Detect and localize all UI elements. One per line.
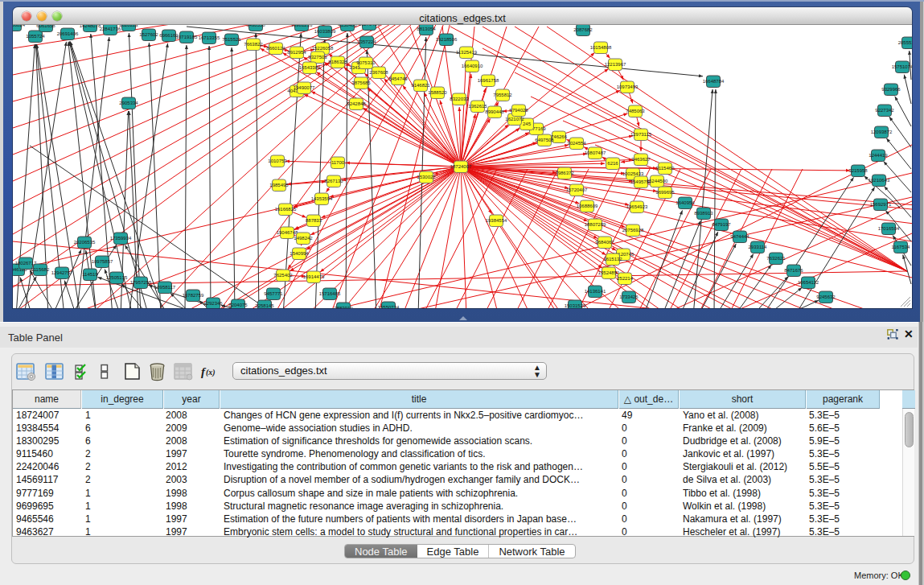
svg-text:7485063: 7485063 (626, 109, 645, 113)
svg-text:10975857: 10975857 (92, 259, 113, 264)
svg-text:7357224: 7357224 (357, 39, 376, 44)
svg-text:245: 245 (523, 122, 532, 126)
svg-text:14353594: 14353594 (311, 196, 333, 201)
svg-text:1733426: 1733426 (619, 295, 639, 299)
svg-text:15720407: 15720407 (566, 187, 588, 192)
svg-text:9227342: 9227342 (875, 108, 894, 113)
svg-text:114519: 114519 (82, 272, 98, 277)
svg-text:16640910: 16640910 (462, 64, 483, 68)
svg-text:1362615: 1362615 (468, 104, 487, 109)
svg-text:16713355: 16713355 (199, 35, 220, 40)
svg-text:15550734: 15550734 (378, 305, 400, 308)
svg-text:6497508: 6497508 (535, 138, 554, 142)
svg-text:8813054: 8813054 (417, 27, 436, 31)
svg-text:9242848: 9242848 (347, 101, 366, 106)
svg-text:11700: 11700 (331, 160, 345, 165)
svg-text:1527602: 1527602 (139, 32, 158, 37)
svg-text:10025433: 10025433 (622, 171, 644, 176)
svg-text:16543382: 16543382 (299, 65, 321, 70)
svg-text:14136141: 14136141 (585, 289, 606, 294)
svg-text:18981216: 18981216 (291, 25, 313, 27)
svg-text:4158480: 4158480 (338, 25, 357, 27)
svg-text:13270483: 13270483 (359, 25, 380, 27)
svg-text:10210643: 10210643 (869, 178, 890, 183)
svg-text:18807289: 18807289 (585, 222, 606, 227)
svg-text:20756928: 20756928 (622, 228, 644, 233)
svg-text:12093872: 12093872 (871, 130, 893, 134)
svg-text:11325419: 11325419 (456, 50, 478, 55)
svg-text:3430558: 3430558 (246, 25, 265, 27)
svg-text:10688609: 10688609 (577, 204, 598, 208)
svg-text:10154808: 10154808 (590, 45, 612, 50)
svg-text:3215958: 3215958 (848, 168, 868, 173)
svg-text:19046748: 19046748 (277, 230, 298, 235)
svg-text:20206535: 20206535 (74, 240, 96, 245)
svg-text:18724007: 18724007 (450, 164, 472, 169)
svg-text:15226058: 15226058 (312, 46, 334, 51)
svg-text:1588520: 1588520 (428, 90, 447, 95)
svg-text:12505135: 12505135 (106, 275, 128, 280)
svg-text:7986372: 7986372 (555, 171, 574, 175)
svg-text:1540994: 1540994 (290, 251, 309, 256)
svg-text:3024554: 3024554 (567, 141, 586, 146)
svg-text:9327503: 9327503 (308, 55, 327, 60)
svg-text:2258145: 2258145 (255, 303, 274, 308)
svg-text:2087682: 2087682 (573, 27, 593, 32)
svg-text:17359934: 17359934 (110, 236, 132, 241)
svg-text:2905334: 2905334 (119, 101, 138, 105)
svg-text:16033809: 16033809 (314, 29, 336, 34)
svg-text:11866024: 11866024 (13, 25, 26, 27)
svg-text:19490077: 19490077 (294, 85, 315, 90)
svg-text:9699695: 9699695 (655, 190, 675, 195)
svg-text:6479197: 6479197 (712, 222, 731, 227)
svg-text:22841736: 22841736 (100, 27, 121, 31)
svg-text:19384554: 19384554 (486, 218, 507, 223)
svg-text:19654923: 19654923 (626, 204, 648, 209)
svg-text:(x): (x) (206, 368, 216, 377)
svg-text:8186328: 8186328 (328, 60, 347, 64)
svg-text:1985495: 1985495 (269, 183, 289, 187)
svg-text:1055724: 1055724 (26, 34, 45, 39)
svg-text:8267130: 8267130 (324, 179, 343, 183)
svg-text:12942757: 12942757 (51, 270, 73, 275)
svg-text:8454749: 8454749 (388, 76, 408, 81)
svg-text:6061658: 6061658 (36, 25, 55, 28)
svg-text:16782759: 16782759 (183, 293, 204, 298)
svg-text:20555120: 20555120 (898, 40, 912, 45)
svg-text:14248078: 14248078 (80, 25, 101, 28)
svg-text:9146821: 9146821 (411, 83, 430, 88)
svg-text:15716485: 15716485 (319, 291, 341, 296)
svg-text:8322033: 8322033 (450, 97, 469, 101)
svg-text:1640954: 1640954 (676, 200, 695, 205)
svg-text:19166825: 19166825 (275, 207, 297, 212)
svg-text:20691406: 20691406 (57, 31, 79, 36)
svg-text:1292346: 1292346 (203, 301, 223, 306)
svg-text:15692971: 15692971 (870, 202, 892, 207)
svg-text:10973493: 10973493 (617, 84, 639, 89)
svg-text:8660124: 8660124 (266, 46, 285, 51)
svg-text:19218506: 19218506 (436, 37, 458, 42)
svg-text:8912954: 8912954 (287, 50, 306, 55)
svg-text:8938913: 8938913 (694, 211, 713, 216)
svg-text:1115682: 1115682 (31, 267, 50, 272)
svg-text:13524851: 13524851 (598, 270, 620, 275)
svg-text:10654112: 10654112 (798, 280, 819, 285)
svg-text:9463627: 9463627 (631, 157, 651, 162)
svg-text:3883910: 3883910 (334, 306, 353, 308)
svg-text:9115460: 9115460 (656, 166, 676, 171)
svg-text:10807487: 10807487 (585, 150, 606, 155)
svg-text:1530027: 1530027 (417, 175, 436, 179)
svg-text:6794028: 6794028 (509, 108, 528, 113)
svg-text:8990448: 8990448 (485, 109, 504, 114)
svg-text:10719185: 10719185 (176, 35, 198, 39)
svg-text:9474444: 9474444 (730, 234, 749, 239)
svg-text:7515521: 7515521 (222, 37, 241, 42)
svg-text:2620223: 2620223 (119, 25, 138, 27)
svg-text:9245632: 9245632 (816, 295, 836, 299)
svg-text:16914479: 16914479 (303, 274, 325, 279)
svg-text:16648784: 16648784 (703, 79, 725, 84)
svg-text:15244500: 15244500 (647, 179, 668, 183)
svg-text:2367608: 2367608 (369, 70, 388, 75)
svg-text:10958117: 10958117 (154, 285, 176, 290)
svg-text:6216: 6216 (607, 161, 618, 166)
